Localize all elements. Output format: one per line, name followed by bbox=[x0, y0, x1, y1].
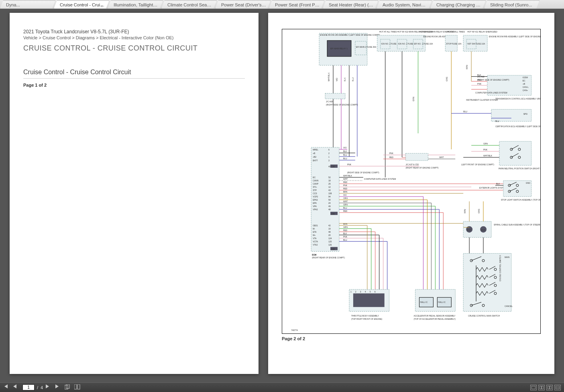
svg-text:BLK: BLK bbox=[496, 183, 500, 185]
svg-text:42: 42 bbox=[328, 224, 331, 227]
tab-power-seat-driver[interactable]: Power Seat (Driver's ... bbox=[215, 0, 271, 8]
next-page-button[interactable] bbox=[45, 384, 53, 391]
svg-text:STOP FUSE 10A: STOP FUSE 10A bbox=[446, 43, 462, 45]
tab-illumination[interactable]: Illumination, Taillight (... bbox=[108, 0, 163, 8]
svg-text:CCS: CCS bbox=[313, 192, 317, 195]
svg-text:EXTERIOR LIGHTS SYSTEM: EXTERIOR LIGHTS SYSTEM bbox=[479, 187, 506, 189]
svg-text:ENGINE ROOM J/B ASSEMBLY (LEFT: ENGINE ROOM J/B ASSEMBLY (LEFT SIDE OF E… bbox=[320, 34, 380, 36]
svg-text:CANN: CANN bbox=[313, 179, 318, 182]
svg-text:RED: RED bbox=[343, 187, 348, 190]
svg-text:48: 48 bbox=[328, 208, 331, 211]
svg-text:ECC: ECC bbox=[467, 229, 471, 231]
svg-rect-71 bbox=[499, 141, 531, 165]
svg-text:GRN: GRN bbox=[483, 142, 488, 145]
tab-charging[interactable]: Charging (Charging Sy... bbox=[430, 0, 486, 8]
svg-text:HOT AT ALL TIMES: HOT AT ALL TIMES bbox=[379, 30, 397, 33]
page-1: 2021 Toyota Truck Landcruiser V8-5.7L (3… bbox=[10, 13, 259, 374]
svg-text:GRN: GRN bbox=[412, 97, 415, 101]
tab-label: Power Seat (Front Pa... bbox=[275, 2, 321, 7]
svg-text:GRN: GRN bbox=[343, 203, 348, 206]
svg-text:THROTTLE BODY ASSEMBLY: THROTTLE BODY ASSEMBLY bbox=[351, 315, 379, 317]
svg-text:45: 45 bbox=[328, 165, 331, 168]
svg-text:COMPUTER DATA LINES SYSTEM: COMPUTER DATA LINES SYSTEM bbox=[475, 91, 507, 94]
tab-strip: Dyna... Cruise Control - Cruise ...× Ill… bbox=[0, 0, 564, 9]
view-grid-icon[interactable] bbox=[554, 385, 561, 390]
svg-text:BLU: BLU bbox=[343, 239, 347, 241]
svg-text:SPD: SPD bbox=[523, 113, 528, 115]
view-continuous-icon[interactable] bbox=[546, 385, 553, 390]
svg-text:BLU: BLU bbox=[343, 157, 347, 160]
tab-seat-heater[interactable]: Seat Heater (Rear) (S... bbox=[323, 0, 378, 8]
svg-text:BLU: BLU bbox=[352, 77, 354, 81]
svg-text:VIO: VIO bbox=[343, 194, 347, 196]
svg-text:(LEFT FRONT OF ENGINE COMPT): (LEFT FRONT OF ENGINE COMPT) bbox=[461, 163, 494, 166]
svg-text:GE01: GE01 bbox=[313, 224, 318, 227]
svg-text:BLK: BLK bbox=[477, 74, 481, 76]
svg-text:BLU: BLU bbox=[463, 110, 467, 113]
diagram-svg: ENGINE ROOM J/B ASSEMBLY (LEFT SIDE OF E… bbox=[282, 29, 540, 333]
svg-text:GND: GND bbox=[526, 182, 530, 184]
svg-text:48: 48 bbox=[328, 231, 331, 233]
first-page-button[interactable] bbox=[3, 384, 10, 391]
svg-text:VIO: VIO bbox=[343, 146, 347, 149]
svg-text:(TOP RIGHT FRONT OF ENGINE): (TOP RIGHT FRONT OF ENGINE) bbox=[351, 318, 383, 320]
svg-text:ST1-: ST1- bbox=[313, 186, 317, 188]
svg-text:ORG: ORG bbox=[446, 77, 448, 81]
section-title: Cruise Control - Cruise Control Circuit bbox=[23, 69, 245, 79]
svg-text:IGSW: IGSW bbox=[523, 76, 528, 79]
svg-text:VIO: VIO bbox=[336, 78, 338, 81]
svg-text:EFI MAIN 2 FUSE 25A: EFI MAIN 2 FUSE 25A bbox=[356, 46, 377, 48]
svg-text:(RIGHT SIDE OF ENGINE COMPT): (RIGHT SIDE OF ENGINE COMPT) bbox=[477, 79, 509, 81]
toolbar-pages-icon[interactable] bbox=[65, 384, 72, 391]
svg-text:4: 4 bbox=[365, 290, 366, 293]
svg-text:STP: STP bbox=[313, 189, 317, 191]
svg-text:BRN: BRN bbox=[343, 191, 348, 193]
tab-climate-seat[interactable]: Climate Control Seat, ... bbox=[161, 0, 217, 8]
page-number-input[interactable] bbox=[22, 384, 35, 390]
svg-text:ACCELERATOR PEDAL SENSOR ASSEM: ACCELERATOR PEDAL SENSOR ASSEMBLY bbox=[413, 315, 456, 317]
svg-text:RED: RED bbox=[389, 156, 394, 158]
svg-text:TRANSMISSION CONTROL ECU ASSEM: TRANSMISSION CONTROL ECU ASSEMBLY (RIGHT… bbox=[495, 97, 540, 100]
svg-text:J/C A65: J/C A65 bbox=[326, 100, 333, 103]
svg-text:19: 19 bbox=[328, 227, 331, 230]
svg-text:126: 126 bbox=[328, 244, 332, 246]
tab-sunroof[interactable]: Sliding Roof (Sunro... bbox=[484, 0, 540, 8]
svg-text:18: 18 bbox=[328, 179, 331, 182]
svg-text:(RIGHT REAR OF ENGINE COMPT): (RIGHT REAR OF ENGINE COMPT) bbox=[312, 256, 345, 259]
svg-text:BLU: BLU bbox=[343, 207, 347, 209]
svg-text:BLK: BLK bbox=[343, 150, 347, 152]
svg-text:ECM: ECM bbox=[312, 254, 316, 256]
view-facing-icon[interactable] bbox=[538, 385, 545, 390]
toolbar-pages-icon-2[interactable] bbox=[74, 384, 81, 391]
view-mode-group bbox=[530, 385, 561, 390]
svg-text:740774: 740774 bbox=[291, 329, 298, 331]
svg-text:PNK: PNK bbox=[343, 184, 348, 187]
svg-text:BLK: BLK bbox=[344, 77, 346, 81]
svg-text:WHT/BLK: WHT/BLK bbox=[483, 154, 493, 157]
view-single-icon[interactable] bbox=[530, 385, 537, 390]
tab-label: Charging (Charging Sy... bbox=[436, 2, 485, 7]
prev-page-button[interactable] bbox=[13, 384, 20, 391]
svg-text:12: 12 bbox=[328, 186, 331, 188]
svg-text:VCTA: VCTA bbox=[313, 240, 318, 243]
svg-text:BATT: BATT bbox=[313, 159, 318, 162]
svg-text:C20: C20 bbox=[331, 165, 335, 168]
svg-text:RED: RED bbox=[343, 229, 348, 232]
tab-dyna[interactable]: Dyna... bbox=[0, 0, 55, 8]
svg-text:ORG: ORG bbox=[343, 197, 348, 199]
svg-text:+B: +B bbox=[313, 152, 316, 154]
svg-text:M-: M- bbox=[313, 227, 315, 230]
svg-text:43: 43 bbox=[328, 189, 331, 191]
svg-text:PNK: PNK bbox=[477, 83, 482, 85]
tab-cruise-control[interactable]: Cruise Control - Cruise ...× bbox=[54, 0, 109, 8]
last-page-button[interactable] bbox=[55, 384, 62, 391]
svg-text:C50: C50 bbox=[331, 213, 335, 215]
tab-power-seat-pass[interactable]: Power Seat (Front Pa... bbox=[269, 0, 324, 8]
svg-text:ENGINE ROOM R/B ASSEMBLY (LEFT: ENGINE ROOM R/B ASSEMBLY (LEFT SIDE OF E… bbox=[489, 35, 540, 38]
svg-text:WHT/BLK: WHT/BLK bbox=[343, 175, 352, 177]
tab-audio[interactable]: Audio System, Naviga... bbox=[377, 0, 432, 8]
close-icon[interactable]: × bbox=[101, 2, 105, 6]
page-label: Page 2 of 2 bbox=[282, 336, 541, 341]
svg-text:50: 50 bbox=[328, 199, 331, 201]
svg-text:EFI NO. 1 FUSE 10A: EFI NO. 1 FUSE 10A bbox=[414, 43, 433, 45]
